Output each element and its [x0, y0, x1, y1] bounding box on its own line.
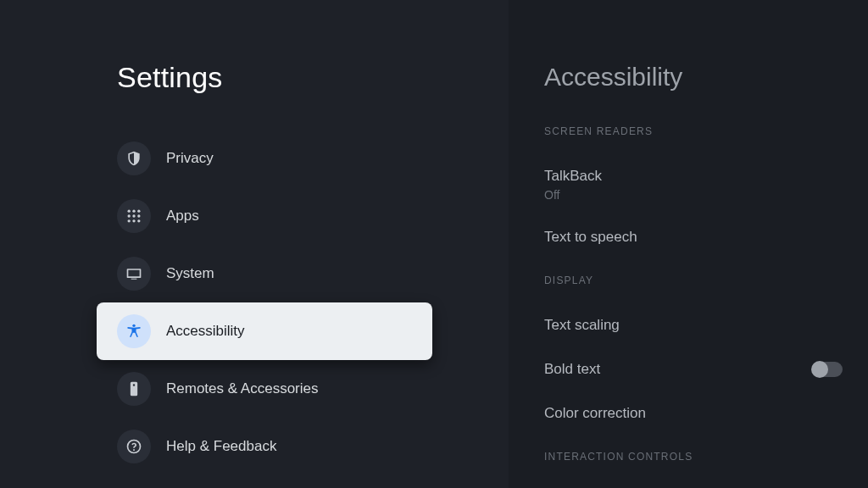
accessibility-icon [117, 314, 151, 348]
svg-point-3 [128, 214, 131, 217]
sidebar-item-apps[interactable]: Apps [0, 187, 509, 245]
detail-title: Accessibility [544, 63, 843, 92]
svg-point-7 [132, 219, 135, 222]
sidebar-item-label: Accessibility [166, 323, 245, 340]
sidebar-item-label: Privacy [166, 150, 214, 167]
sidebar-item-label: Remotes & Accessories [166, 380, 319, 397]
tv-icon [117, 257, 151, 291]
setting-title: Text scaling [544, 317, 843, 334]
remote-icon [117, 372, 151, 406]
sidebar-item-accessibility[interactable]: Accessibility [97, 302, 432, 360]
setting-title: Bold text [544, 361, 600, 378]
setting-title: Text to speech [544, 229, 843, 246]
detail-pane: Accessibility SCREEN READERS TalkBack Of… [509, 0, 868, 488]
section-header-screen-readers: SCREEN READERS [544, 125, 843, 137]
settings-list: Privacy Apps System Accessibility [0, 130, 509, 475]
setting-subtitle: Off [544, 188, 843, 202]
setting-bold-text[interactable]: Bold text [544, 347, 843, 391]
setting-talkback[interactable]: TalkBack Off [544, 154, 843, 215]
setting-text-to-speech[interactable]: Text to speech [544, 215, 843, 259]
svg-point-5 [137, 214, 140, 217]
bold-text-toggle[interactable] [812, 362, 843, 377]
setting-title: Color correction [544, 405, 843, 422]
settings-app: Settings Privacy Apps System [0, 0, 868, 488]
help-icon [117, 430, 151, 463]
sidebar-item-label: Apps [166, 208, 199, 225]
sidebar-item-help[interactable]: Help & Feedback [0, 418, 509, 475]
shield-icon [117, 141, 151, 175]
sidebar-item-system[interactable]: System [0, 245, 509, 302]
svg-point-2 [137, 210, 140, 213]
toggle-knob [811, 361, 828, 378]
settings-title: Settings [117, 61, 509, 94]
settings-sidebar: Settings Privacy Apps System [0, 0, 509, 488]
svg-point-9 [132, 324, 135, 327]
section-header-display: DISPLAY [544, 274, 843, 286]
svg-point-0 [128, 210, 131, 213]
spacer [544, 259, 843, 274]
section-header-interaction-controls: INTERACTION CONTROLS [544, 451, 843, 463]
sidebar-item-remotes[interactable]: Remotes & Accessories [0, 360, 509, 418]
svg-point-1 [132, 210, 135, 213]
setting-title: TalkBack [544, 168, 843, 185]
svg-point-8 [137, 219, 140, 222]
setting-color-correction[interactable]: Color correction [544, 391, 843, 435]
setting-text-scaling[interactable]: Text scaling [544, 303, 843, 347]
spacer [544, 435, 843, 451]
apps-icon [117, 199, 151, 233]
svg-point-6 [128, 219, 131, 222]
sidebar-item-label: Help & Feedback [166, 438, 276, 455]
svg-point-4 [132, 214, 135, 217]
sidebar-item-privacy[interactable]: Privacy [0, 130, 509, 187]
sidebar-item-label: System [166, 265, 214, 282]
